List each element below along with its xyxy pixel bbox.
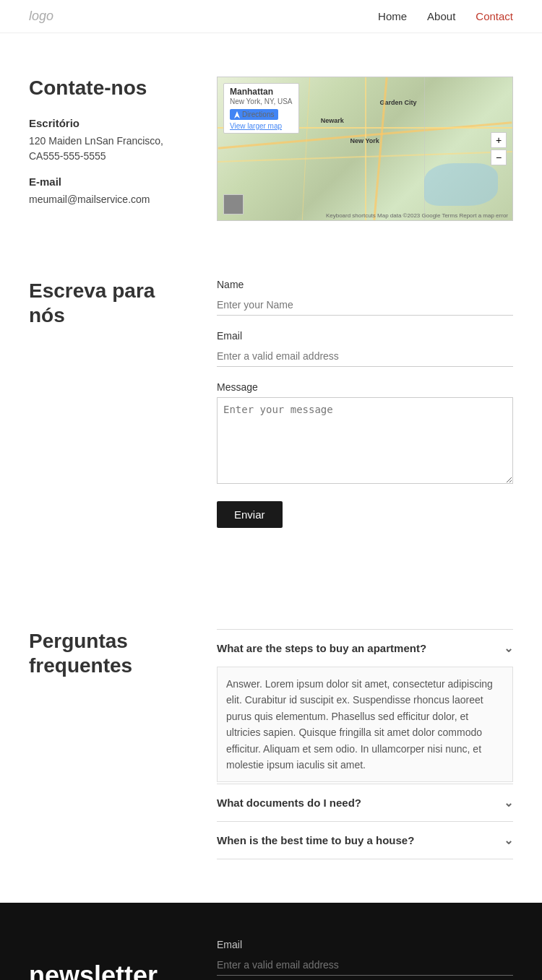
logo: logo bbox=[29, 9, 53, 24]
map-city: Manhattan bbox=[230, 87, 293, 97]
form-title-container: Escreva para nós bbox=[29, 279, 188, 528]
faq-item-1: What are the steps to buy an apartment? … bbox=[217, 629, 513, 782]
newsletter-title: newsletter bbox=[29, 961, 188, 980]
faq-answer-1: Answer. Lorem ipsum dolor sit amet, cons… bbox=[217, 667, 513, 782]
chevron-down-icon-2: ⌄ bbox=[504, 796, 513, 810]
faq-question-3[interactable]: When is the best time to buy a house? ⌄ bbox=[217, 822, 513, 859]
contact-section: Contate-nos Escritório 120 Maiden LnSan … bbox=[0, 33, 542, 250]
map-footer: Keyboard shortcuts Map data ©2023 Google… bbox=[326, 212, 508, 219]
name-input[interactable] bbox=[217, 295, 513, 316]
form-fields: Name Email Message Enviar bbox=[217, 279, 513, 528]
map-label: Manhattan New York, NY, USA Directions V… bbox=[223, 83, 299, 134]
submit-button[interactable]: Enviar bbox=[217, 501, 283, 528]
faq-item-3: When is the best time to buy a house? ⌄ bbox=[217, 821, 513, 859]
email-label: Email bbox=[217, 330, 513, 342]
nav-links: Home About Contact bbox=[378, 10, 513, 22]
form-title: Escreva para nós bbox=[29, 279, 188, 327]
map-container: New York Newark Garden City Manhattan Ne… bbox=[217, 77, 513, 221]
nav-about[interactable]: About bbox=[427, 10, 455, 22]
name-label: Name bbox=[217, 279, 513, 290]
newsletter-email-label: Email bbox=[217, 939, 513, 950]
faq-title-container: Perguntas frequentes bbox=[29, 629, 188, 859]
message-group: Message bbox=[217, 381, 513, 487]
map-directions-btn[interactable]: Directions bbox=[230, 109, 278, 120]
navbar: logo Home About Contact bbox=[0, 0, 542, 33]
form-section: Escreva para nós Name Email Message Envi… bbox=[0, 250, 542, 571]
map-box: New York Newark Garden City Manhattan Ne… bbox=[217, 77, 513, 221]
map-view-larger[interactable]: View larger map bbox=[230, 122, 293, 130]
email-heading: E-mail bbox=[29, 175, 188, 188]
nav-home[interactable]: Home bbox=[378, 10, 407, 22]
email-address: meumail@mailservice.com bbox=[29, 192, 188, 207]
office-address: 120 Maiden LnSan Francisco, CA555-555-55… bbox=[29, 134, 188, 164]
email-input[interactable] bbox=[217, 346, 513, 367]
email-group: Email bbox=[217, 330, 513, 367]
faq-section: Perguntas frequentes What are the steps … bbox=[0, 600, 542, 903]
city-label-gc: Garden City bbox=[379, 99, 416, 106]
faq-question-1[interactable]: What are the steps to buy an apartment? … bbox=[217, 630, 513, 667]
newsletter-email-input[interactable] bbox=[217, 955, 513, 976]
name-group: Name bbox=[217, 279, 513, 316]
map-zoom-in[interactable]: + bbox=[491, 132, 507, 148]
faq-question-2[interactable]: What documents do I need? ⌄ bbox=[217, 784, 513, 821]
city-label-newark: Newark bbox=[321, 117, 344, 124]
nav-contact[interactable]: Contact bbox=[476, 10, 513, 22]
map-controls: + − bbox=[491, 132, 507, 165]
faq-question-text-1: What are the steps to buy an apartment? bbox=[217, 642, 426, 654]
office-heading: Escritório bbox=[29, 117, 188, 129]
chevron-down-icon-3: ⌄ bbox=[504, 833, 513, 847]
faq-question-text-3: When is the best time to buy a house? bbox=[217, 834, 414, 846]
map-location: New York, NY, USA bbox=[230, 97, 293, 105]
faq-title: Perguntas frequentes bbox=[29, 629, 188, 677]
faq-item-2: What documents do I need? ⌄ bbox=[217, 784, 513, 821]
city-label-ny: New York bbox=[350, 137, 379, 144]
svg-marker-0 bbox=[234, 111, 240, 118]
chevron-down-icon-1: ⌄ bbox=[504, 641, 513, 655]
map-zoom-out[interactable]: − bbox=[491, 149, 507, 165]
map-thumbnail bbox=[223, 194, 244, 214]
contact-info: Contate-nos Escritório 120 Maiden LnSan … bbox=[29, 77, 188, 221]
message-label: Message bbox=[217, 381, 513, 393]
newsletter-form: Email Enviar bbox=[217, 939, 513, 980]
newsletter-section: newsletter Email Enviar bbox=[0, 903, 542, 980]
faq-question-text-2: What documents do I need? bbox=[217, 797, 361, 809]
faq-items: What are the steps to buy an apartment? … bbox=[217, 629, 513, 859]
contact-title: Contate-nos bbox=[29, 77, 188, 100]
message-input[interactable] bbox=[217, 397, 513, 484]
